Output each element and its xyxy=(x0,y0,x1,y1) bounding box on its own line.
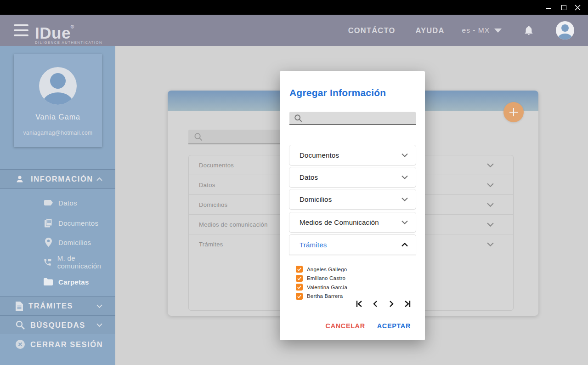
chevron-down-icon xyxy=(401,153,408,157)
accordion-documentos[interactable]: Documentos xyxy=(289,145,416,165)
first-page-icon xyxy=(355,299,364,308)
tramites-checklist: Angeles Gallego Emiliano Castro Valentin… xyxy=(296,265,347,301)
pagination xyxy=(354,299,413,309)
sidebar-item-label: Documentos xyxy=(58,219,98,227)
sidebar-section-busquedas[interactable]: BÚSQUEDAS xyxy=(0,316,115,334)
row-label: Datos xyxy=(199,182,215,188)
first-page-button[interactable] xyxy=(354,299,364,309)
bell-icon xyxy=(524,25,534,36)
accordion-label: Datos xyxy=(300,173,318,181)
person-icon xyxy=(15,175,24,184)
row-label: Documentos xyxy=(199,162,234,169)
chevron-down-icon xyxy=(487,183,494,187)
chevron-down-icon xyxy=(401,175,408,179)
close-icon xyxy=(575,5,581,11)
checkbox-checked-icon[interactable] xyxy=(296,266,303,273)
chevron-up-icon xyxy=(401,243,408,247)
profile-card: Vania Gama vaniagamag@hotmail.com xyxy=(14,54,102,147)
avatar-torso-icon xyxy=(43,92,73,105)
sidebar-item-label: Domicilios xyxy=(58,239,91,246)
accordion-label: Trámites xyxy=(300,241,327,249)
next-page-button[interactable] xyxy=(386,299,396,309)
profile-name: Vania Gama xyxy=(14,113,102,121)
avatar-head-icon xyxy=(561,24,569,32)
checkbox-row[interactable]: Emiliano Castro xyxy=(296,274,347,283)
window-close-button[interactable] xyxy=(571,0,584,15)
sidebar-section-informacion[interactable]: INFORMACIÓN xyxy=(0,169,115,189)
checkbox-label: Valentina García xyxy=(307,285,347,290)
sidebar-item-carpetas[interactable]: Carpetas xyxy=(0,272,115,291)
sidebar-item-datos[interactable]: Datos xyxy=(0,193,115,212)
sidebar-item-documentos[interactable]: Documentos xyxy=(0,213,115,233)
checkbox-row[interactable]: Bertha Barrera xyxy=(296,292,347,301)
caret-down-icon xyxy=(494,29,502,33)
menu-hamburger-icon[interactable] xyxy=(14,24,28,36)
sidebar-section-label: TRÁMITES xyxy=(28,302,73,310)
modal-search-input[interactable] xyxy=(306,114,411,122)
accordion-label: Domicilios xyxy=(300,195,332,203)
accordion-label: Medios de Comunicación xyxy=(300,218,379,226)
accordion-tramites[interactable]: Trámites xyxy=(289,234,416,255)
maximize-icon xyxy=(561,5,566,10)
chevron-down-icon xyxy=(401,197,408,201)
registered-mark: ® xyxy=(71,24,74,29)
accordion-medios-de-comunicacion[interactable]: Medios de Comunicación xyxy=(289,212,416,233)
chevron-up-icon xyxy=(96,177,102,181)
row-label: Trámites xyxy=(199,241,223,248)
search-icon xyxy=(194,132,203,141)
last-page-icon xyxy=(403,299,412,308)
minimize-icon xyxy=(546,8,551,9)
sidebar-logout[interactable]: CERRAR SESIÓN xyxy=(0,335,115,354)
modal-search[interactable] xyxy=(289,112,416,125)
add-button[interactable] xyxy=(503,102,524,122)
checkbox-checked-icon[interactable] xyxy=(296,293,303,300)
appbar: IDue® DILIGENCE AUTHENTICATION CONTÁCTO … xyxy=(0,15,588,46)
checkbox-checked-icon[interactable] xyxy=(296,284,303,291)
chevron-down-icon xyxy=(401,220,408,224)
sidebar-item-label: M. de comunicación xyxy=(57,254,115,270)
accordion-datos[interactable]: Datos xyxy=(289,167,416,188)
checkbox-row[interactable]: Angeles Gallego xyxy=(296,265,347,274)
document-icon xyxy=(16,302,23,311)
chevron-left-icon xyxy=(371,299,380,308)
sidebar-item-m-de-comunicacion[interactable]: M. de comunicación xyxy=(0,252,115,272)
agregar-informacion-modal: Agregar Información Documentos Datos Dom… xyxy=(280,71,425,340)
accordion-label: Documentos xyxy=(300,151,339,159)
window-minimize-button[interactable] xyxy=(541,0,555,15)
chevron-down-icon xyxy=(487,203,494,207)
modal-title: Agregar Información xyxy=(289,87,386,98)
plus-icon xyxy=(509,108,518,116)
user-avatar[interactable] xyxy=(556,21,574,40)
nav-ayuda-link[interactable]: AYUDA xyxy=(415,26,444,35)
checkbox-checked-icon[interactable] xyxy=(296,275,303,282)
profile-avatar xyxy=(39,67,77,105)
row-label: Domicilios xyxy=(199,201,227,208)
cancel-button[interactable]: CANCELAR xyxy=(326,322,365,330)
folder-icon xyxy=(43,278,54,285)
screen: IDue® DILIGENCE AUTHENTICATION CONTÁCTO … xyxy=(0,0,588,365)
checkbox-row[interactable]: Valentina García xyxy=(296,283,347,292)
chevron-down-icon xyxy=(487,163,494,167)
phone-icon xyxy=(43,258,53,267)
card-icon xyxy=(43,200,54,205)
chevron-down-icon xyxy=(487,242,494,246)
window-maximize-button[interactable] xyxy=(557,0,571,15)
sidebar: Vania Gama vaniagamag@hotmail.com INFORM… xyxy=(0,46,115,365)
previous-page-button[interactable] xyxy=(370,299,380,309)
chevron-down-icon xyxy=(487,222,494,227)
chevron-down-icon xyxy=(96,304,102,308)
nav-contacto-link[interactable]: CONTÁCTO xyxy=(348,26,396,35)
modal-footer: CANCELAR ACEPTAR xyxy=(326,322,411,330)
sidebar-section-tramites[interactable]: TRÁMITES xyxy=(0,296,115,316)
checkbox-label: Bertha Barrera xyxy=(307,293,343,299)
notifications-button[interactable] xyxy=(524,25,534,36)
avatar-torso-icon xyxy=(558,34,572,40)
accordion-domicilios[interactable]: Domicilios xyxy=(289,189,416,210)
last-page-button[interactable] xyxy=(402,299,413,309)
logo-subtitle: DILIGENCE AUTHENTICATION xyxy=(35,40,102,45)
locale-selector[interactable]: es - MX xyxy=(462,26,502,34)
window-titlebar xyxy=(0,0,588,15)
sidebar-item-domicilios[interactable]: Domicilios xyxy=(0,233,115,252)
documents-icon xyxy=(43,218,54,228)
accept-button[interactable]: ACEPTAR xyxy=(377,322,411,330)
